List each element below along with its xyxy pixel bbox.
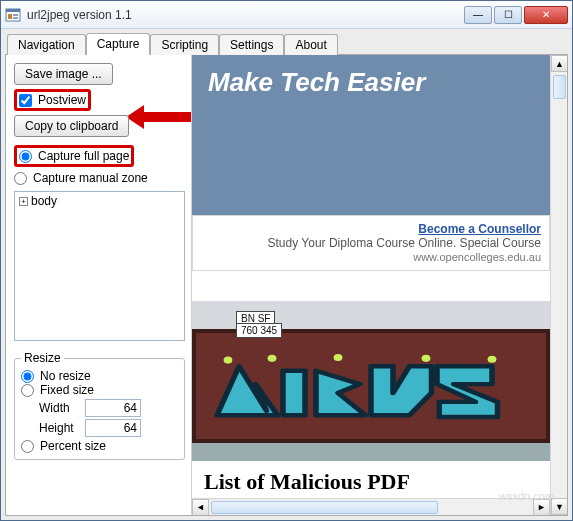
- tab-strip: Navigation Capture Scripting Settings Ab…: [5, 33, 568, 55]
- scroll-thumb[interactable]: [211, 501, 438, 514]
- horizontal-scrollbar[interactable]: ◄ ►: [192, 498, 550, 515]
- vertical-scrollbar[interactable]: ▲ ▼: [550, 55, 567, 515]
- percent-size-radio[interactable]: [21, 440, 34, 453]
- client-area: Navigation Capture Scripting Settings Ab…: [1, 29, 572, 520]
- site-banner: Make Tech Easier: [192, 55, 550, 215]
- svg-point-8: [334, 354, 343, 361]
- app-window: url2jpeg version 1.1 — ☐ ✕ Navigation Ca…: [0, 0, 573, 521]
- tree-node[interactable]: + body: [19, 194, 180, 208]
- scroll-down-button[interactable]: ▼: [551, 498, 567, 515]
- scroll-left-button[interactable]: ◄: [192, 499, 209, 516]
- tab-settings[interactable]: Settings: [219, 34, 284, 55]
- annotation-highlight: Capture full page: [14, 145, 134, 167]
- width-input[interactable]: [85, 399, 141, 417]
- article-heading: List of Malicious PDF: [192, 461, 550, 495]
- fixed-size-radio[interactable]: [21, 384, 34, 397]
- dom-tree[interactable]: + body: [14, 191, 185, 341]
- fixed-size-label: Fixed size: [40, 383, 94, 397]
- capture-full-radio[interactable]: [19, 150, 32, 163]
- window-title: url2jpeg version 1.1: [27, 8, 462, 22]
- tab-navigation[interactable]: Navigation: [7, 34, 86, 55]
- svg-rect-4: [13, 17, 18, 19]
- tab-scripting[interactable]: Scripting: [150, 34, 219, 55]
- scroll-right-button[interactable]: ►: [533, 499, 550, 516]
- scroll-thumb[interactable]: [553, 75, 566, 99]
- percent-size-label: Percent size: [40, 439, 106, 453]
- app-icon: [5, 7, 21, 23]
- svg-rect-1: [6, 9, 20, 12]
- svg-point-7: [268, 355, 277, 362]
- svg-point-9: [422, 355, 431, 362]
- car-number: 760 345: [236, 323, 282, 338]
- ad-text: Study Your Diploma Course Online. Specia…: [268, 236, 541, 250]
- preview-pane: Make Tech Easier Become a Counsellor Stu…: [191, 55, 567, 515]
- no-resize-label: No resize: [40, 369, 91, 383]
- svg-point-10: [488, 356, 497, 363]
- postview-checkbox[interactable]: [19, 94, 32, 107]
- copy-clipboard-button[interactable]: Copy to clipboard: [14, 115, 129, 137]
- capture-manual-label: Capture manual zone: [33, 171, 148, 185]
- postview-label: Postview: [38, 93, 86, 107]
- ad-block: Become a Counsellor Study Your Diploma C…: [192, 215, 550, 271]
- tab-capture[interactable]: Capture: [86, 33, 151, 55]
- height-input[interactable]: [85, 419, 141, 437]
- window-controls: — ☐ ✕: [462, 6, 568, 24]
- ad-link[interactable]: Become a Counsellor: [418, 222, 541, 236]
- minimize-button[interactable]: —: [464, 6, 492, 24]
- resize-group: Resize No resize Fixed size Width He: [14, 351, 185, 460]
- close-button[interactable]: ✕: [524, 6, 568, 24]
- tab-about[interactable]: About: [284, 34, 337, 55]
- no-resize-radio[interactable]: [21, 370, 34, 383]
- scroll-up-button[interactable]: ▲: [551, 55, 567, 72]
- capture-manual-radio[interactable]: [14, 172, 27, 185]
- annotation-highlight: Postview: [14, 89, 91, 111]
- capture-full-label: Capture full page: [38, 149, 129, 163]
- graffiti-icon: [206, 353, 536, 433]
- svg-point-6: [224, 357, 233, 364]
- scroll-track[interactable]: [209, 499, 533, 516]
- svg-rect-3: [13, 14, 18, 16]
- site-title: Make Tech Easier: [208, 67, 425, 215]
- height-label: Height: [39, 421, 77, 435]
- titlebar: url2jpeg version 1.1 — ☐ ✕: [1, 1, 572, 29]
- expand-icon[interactable]: +: [19, 197, 28, 206]
- width-label: Width: [39, 401, 77, 415]
- tree-node-label: body: [31, 194, 57, 208]
- resize-legend: Resize: [21, 351, 64, 365]
- article-image: BN SF 760 345: [192, 301, 550, 461]
- ad-domain: www.opencolleges.edu.au: [413, 251, 541, 263]
- maximize-button[interactable]: ☐: [494, 6, 522, 24]
- save-image-button[interactable]: Save image ...: [14, 63, 113, 85]
- captured-page: Make Tech Easier Become a Counsellor Stu…: [192, 55, 550, 498]
- controls-panel: Save image ... Postview Copy to clipboar…: [6, 55, 191, 515]
- boxcar: BN SF 760 345: [192, 329, 550, 443]
- svg-rect-2: [8, 14, 12, 19]
- tab-panel: Save image ... Postview Copy to clipboar…: [5, 54, 568, 516]
